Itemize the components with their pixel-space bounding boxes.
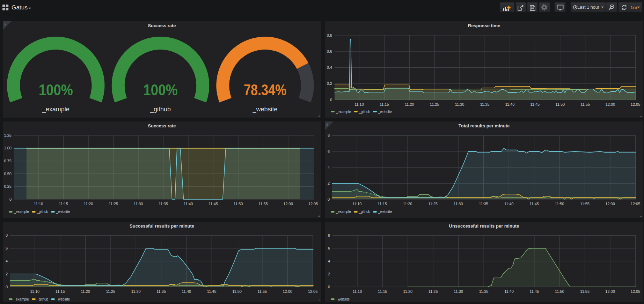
svg-text:11:20: 11:20 — [84, 202, 93, 206]
svg-text:4: 4 — [6, 259, 8, 263]
svg-text:11:50: 11:50 — [555, 202, 564, 206]
svg-text:11:30: 11:30 — [134, 202, 143, 206]
svg-text:11:20: 11:20 — [403, 202, 412, 206]
svg-text:6: 6 — [328, 246, 330, 250]
svg-text:_example: _example — [42, 106, 69, 113]
svg-text:11:15: 11:15 — [380, 102, 389, 106]
svg-text:0: 0 — [330, 98, 332, 102]
svg-text:11:35: 11:35 — [479, 202, 488, 206]
svg-text:11:40: 11:40 — [504, 202, 514, 206]
svg-text:0: 0 — [6, 285, 8, 289]
svg-text:8: 8 — [6, 233, 8, 237]
svg-text:0.4: 0.4 — [327, 65, 332, 69]
svg-text:100%: 100% — [39, 81, 73, 98]
svg-text:1.25: 1.25 — [4, 133, 12, 138]
svg-text:11:15: 11:15 — [378, 289, 387, 294]
svg-text:2: 2 — [328, 181, 330, 185]
svg-text:11:35: 11:35 — [480, 102, 490, 106]
svg-text:11:35: 11:35 — [479, 289, 489, 294]
svg-text:11:20: 11:20 — [403, 289, 412, 294]
svg-text:8: 8 — [328, 233, 330, 237]
svg-text:11:25: 11:25 — [106, 289, 116, 294]
svg-text:11:40: 11:40 — [182, 289, 191, 294]
svg-text:11:35: 11:35 — [159, 202, 168, 206]
svg-text:11:45: 11:45 — [208, 202, 218, 206]
svg-text:100%: 100% — [144, 81, 178, 98]
svg-text:12:00: 12:00 — [283, 289, 292, 294]
svg-text:8: 8 — [328, 133, 330, 138]
svg-text:1m: 1m — [630, 5, 637, 10]
svg-text:11:25: 11:25 — [109, 202, 118, 206]
svg-text:11:50: 11:50 — [555, 289, 564, 294]
svg-text:0.25: 0.25 — [4, 184, 12, 188]
svg-text:_website: _website — [252, 106, 277, 113]
svg-text:11:25: 11:25 — [428, 202, 438, 206]
svg-text:11:15: 11:15 — [378, 202, 387, 206]
svg-text:12:05: 12:05 — [631, 289, 641, 294]
svg-text:12:05: 12:05 — [308, 202, 318, 206]
svg-text:_github: _github — [150, 106, 171, 113]
svg-text:12:00: 12:00 — [606, 102, 615, 106]
svg-text:12:05: 12:05 — [308, 289, 318, 294]
svg-text:11:25: 11:25 — [430, 102, 439, 106]
svg-text:Gatus: Gatus — [12, 4, 28, 11]
svg-text:0: 0 — [328, 285, 330, 289]
svg-text:12:00: 12:00 — [283, 202, 293, 206]
svg-text:11:45: 11:45 — [529, 202, 539, 206]
svg-text:11:40: 11:40 — [504, 289, 514, 294]
svg-text:11:50: 11:50 — [555, 102, 565, 106]
svg-text:11:50: 11:50 — [232, 289, 242, 294]
svg-text:11:45: 11:45 — [207, 289, 217, 294]
svg-text:12:00: 12:00 — [605, 289, 615, 294]
svg-text:4: 4 — [328, 259, 330, 263]
svg-text:4: 4 — [328, 165, 330, 170]
svg-text:11:40: 11:40 — [184, 202, 193, 206]
svg-text:11:10: 11:10 — [354, 102, 364, 106]
svg-text:11:55: 11:55 — [580, 102, 590, 106]
svg-text:12:05: 12:05 — [631, 202, 641, 206]
svg-text:0.8: 0.8 — [327, 33, 332, 37]
svg-text:0.50: 0.50 — [4, 172, 12, 176]
svg-text:11:45: 11:45 — [530, 102, 540, 106]
svg-text:11:10: 11:10 — [352, 202, 362, 206]
svg-text:11:30: 11:30 — [454, 289, 463, 294]
svg-text:2: 2 — [328, 272, 330, 276]
svg-text:11:15: 11:15 — [56, 289, 65, 294]
svg-text:0.75: 0.75 — [4, 159, 12, 163]
svg-text:12:00: 12:00 — [605, 202, 615, 206]
svg-text:11:30: 11:30 — [131, 289, 141, 294]
svg-text:0: 0 — [9, 197, 12, 201]
svg-text:11:55: 11:55 — [258, 202, 268, 206]
svg-text:11:55: 11:55 — [580, 202, 590, 206]
svg-text:11:45: 11:45 — [530, 289, 539, 294]
svg-text:11:10: 11:10 — [30, 289, 40, 294]
svg-text:1.00: 1.00 — [4, 146, 12, 150]
svg-text:Last 1 hour: Last 1 hour — [577, 5, 599, 10]
svg-text:11:10: 11:10 — [353, 289, 362, 294]
svg-text:11:40: 11:40 — [505, 102, 515, 106]
svg-text:11:20: 11:20 — [81, 289, 90, 294]
svg-text:6: 6 — [328, 149, 330, 154]
svg-text:0.2: 0.2 — [327, 81, 332, 86]
svg-text:11:35: 11:35 — [156, 289, 166, 294]
svg-text:12:05: 12:05 — [631, 102, 641, 106]
svg-text:11:50: 11:50 — [234, 202, 243, 206]
svg-text:11:55: 11:55 — [258, 289, 267, 294]
svg-text:11:10: 11:10 — [34, 202, 43, 206]
svg-text:0.6: 0.6 — [327, 49, 332, 53]
svg-text:11:30: 11:30 — [454, 202, 463, 206]
svg-text:2: 2 — [6, 272, 8, 276]
svg-text:11:30: 11:30 — [455, 102, 464, 106]
svg-text:11:55: 11:55 — [580, 289, 590, 294]
svg-text:6: 6 — [6, 246, 8, 250]
svg-text:11:15: 11:15 — [59, 202, 68, 206]
svg-text:11:25: 11:25 — [429, 289, 438, 294]
svg-text:78.34%: 78.34% — [244, 81, 286, 98]
svg-text:11:20: 11:20 — [405, 102, 414, 106]
svg-text:0: 0 — [328, 197, 330, 201]
